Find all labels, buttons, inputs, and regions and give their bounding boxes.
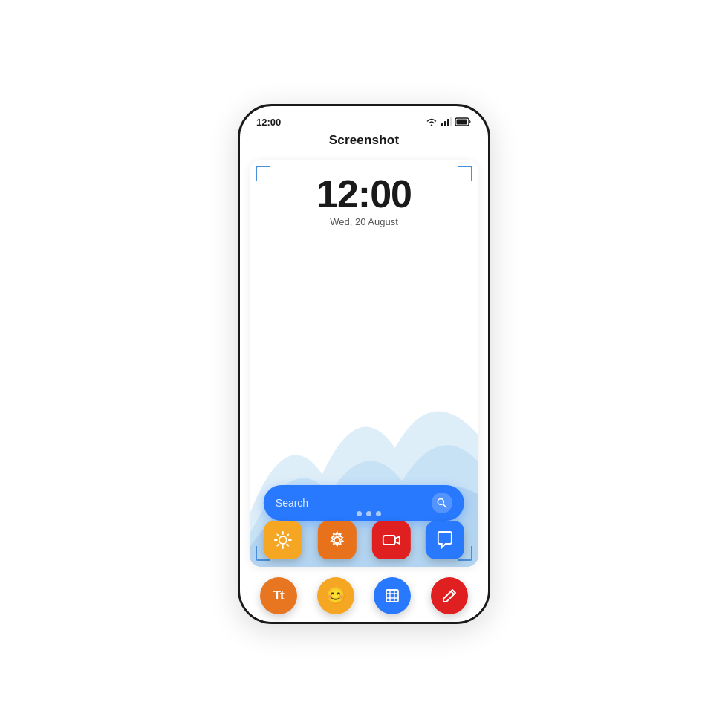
search-placeholder: Search [276, 497, 308, 509]
signal-icon [441, 117, 452, 126]
tool-pencil-button[interactable] [431, 577, 468, 614]
battery-icon [455, 117, 472, 126]
svg-line-14 [287, 544, 288, 545]
bottom-toolbar: Tt 😊 [250, 567, 478, 622]
wallpaper-area: 12:00 Wed, 20 August Search [250, 160, 478, 567]
app-icon-sun[interactable] [264, 521, 302, 559]
dot-4[interactable] [376, 511, 381, 516]
clock-area: 12:00 Wed, 20 August [250, 160, 478, 227]
svg-rect-2 [447, 119, 449, 126]
dot-3[interactable] [366, 511, 371, 516]
search-icon[interactable] [432, 493, 452, 513]
status-time: 12:00 [256, 117, 281, 128]
app-icon-settings[interactable] [318, 521, 357, 559]
clock-time: 12:00 [250, 175, 478, 213]
wifi-icon [426, 117, 438, 126]
clock-date: Wed, 20 August [250, 216, 478, 227]
svg-line-15 [287, 535, 288, 536]
svg-rect-3 [450, 117, 452, 126]
corner-tl [256, 166, 270, 181]
screen-content: Screenshot 12:00 Wed, 20 August [240, 130, 488, 622]
phone-frame: 12:00 [238, 104, 490, 624]
status-bar: 12:00 [240, 106, 488, 130]
svg-line-16 [277, 544, 279, 545]
status-icons [426, 117, 472, 126]
svg-rect-5 [457, 120, 467, 125]
svg-rect-0 [441, 123, 443, 126]
tool-emoji-button[interactable]: 😊 [317, 577, 354, 614]
app-icons-row [264, 521, 464, 559]
svg-point-17 [334, 537, 340, 543]
app-icon-chat[interactable] [426, 521, 464, 559]
svg-rect-18 [383, 536, 394, 545]
page-title: Screenshot [329, 133, 400, 148]
svg-rect-19 [386, 590, 398, 602]
svg-line-13 [277, 535, 279, 536]
app-icon-video[interactable] [371, 521, 410, 559]
svg-rect-1 [444, 121, 446, 126]
dot-2[interactable] [357, 511, 362, 516]
svg-point-8 [279, 536, 287, 544]
dot-active[interactable] [347, 511, 352, 516]
tool-text-button[interactable]: Tt [260, 577, 297, 614]
app-wrapper: 12:00 [238, 104, 490, 624]
corner-tr [458, 166, 472, 181]
svg-line-7 [443, 504, 447, 508]
tool-crop-button[interactable] [374, 577, 411, 614]
